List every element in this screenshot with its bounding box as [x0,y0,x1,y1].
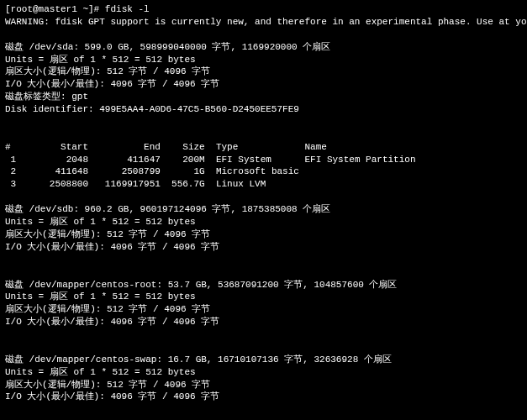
command-text: fdisk -l [105,4,150,14]
cell: 200M [182,155,204,165]
col-size: Size [182,142,204,152]
disk-header: 磁盘 /dev/sda: 599.0 GB, 598999040000 字节, … [5,41,522,54]
cell: 556.7G [171,179,205,189]
blank-line [5,416,522,420]
cell: EFI System [216,155,271,165]
partition-row: 3 2508800 1169917951 556.7G Linux LVM [5,178,522,191]
disk-identifier: Disk identifier: 499E5AA4-A0D6-47C5-B560… [5,103,522,116]
cell: 1G [193,166,204,176]
cell: 2048 [66,155,88,165]
blank-line [5,191,522,203]
partition-row: 1 2048 411647 200M EFI System EFI System… [5,154,522,166]
disk-header: 磁盘 /dev/sdb: 960.2 GB, 960197124096 字节, … [5,203,522,216]
col-type: Type [216,142,238,152]
cell: 411647 [127,155,161,165]
blank-line [5,129,522,141]
cell: 2508800 [50,179,88,189]
disk-sector-size: 扇区大小(逻辑/物理): 512 字节 / 4096 字节 [5,66,522,78]
disk-sector-size: 扇区大小(逻辑/物理): 512 字节 / 4096 字节 [5,303,522,316]
blank-line [5,403,522,416]
col-num: # [5,142,11,152]
disk-io-size: I/O 大小(最小/最佳): 4096 字节 / 4096 字节 [5,241,522,254]
disk-label-type: 磁盘标签类型: gpt [5,91,522,103]
disk-units: Units = 扇区 of 1 * 512 = 512 bytes [5,291,522,303]
blank-line [5,328,522,341]
blank-line [5,29,522,41]
shell-prompt: [root@master1 ~]# [5,4,105,14]
disk-sda-block: 磁盘 /dev/sda: 599.0 GB, 598999040000 字节, … [5,41,522,116]
disk-io-size: I/O 大小(最小/最佳): 4096 字节 / 4096 字节 [5,391,522,403]
disk-root-block: 磁盘 /dev/mapper/centos-root: 53.7 GB, 536… [5,279,522,328]
blank-line [5,116,522,129]
disk-sector-size: 扇区大小(逻辑/物理): 512 字节 / 4096 字节 [5,379,522,391]
partition-table-header: # Start End Size Type Name [5,141,522,154]
disk-header: 磁盘 /dev/mapper/centos-swap: 16.7 GB, 167… [5,354,522,366]
cell: 1 [5,155,16,165]
disk-swap-block: 磁盘 /dev/mapper/centos-swap: 16.7 GB, 167… [5,354,522,403]
col-end: End [144,142,161,152]
col-name: Name [305,142,327,152]
disk-io-size: I/O 大小(最小/最佳): 4096 字节 / 4096 字节 [5,78,522,91]
prompt-line-1: [root@master1 ~]# fdisk -l [5,3,522,16]
disk-sector-size: 扇区大小(逻辑/物理): 512 字节 / 4096 字节 [5,228,522,241]
blank-line [5,254,522,266]
disk-sdb-block: 磁盘 /dev/sdb: 960.2 GB, 960197124096 字节, … [5,203,522,253]
disk-io-size: I/O 大小(最小/最佳): 4096 字节 / 4096 字节 [5,316,522,328]
col-start: Start [61,142,88,152]
cell: EFI System Partition [305,155,416,165]
disk-units: Units = 扇区 of 1 * 512 = 512 bytes [5,216,522,228]
warning-line: WARNING: fdisk GPT support is currently … [5,16,522,29]
partition-row: 2 411648 2508799 1G Microsoft basic [5,165,522,178]
blank-line [5,266,522,279]
cell: Linux LVM [216,179,266,189]
cell: 1169917951 [105,179,161,189]
cell: 3 [5,179,16,189]
disk-header: 磁盘 /dev/mapper/centos-root: 53.7 GB, 536… [5,279,522,291]
disk-units: Units = 扇区 of 1 * 512 = 512 bytes [5,54,522,66]
cell: 411648 [55,166,88,176]
disk-units: Units = 扇区 of 1 * 512 = 512 bytes [5,366,522,379]
cell: Microsoft basic [216,166,299,176]
cell: 2508799 [122,166,161,176]
cell: 2 [5,166,16,176]
blank-line [5,341,522,354]
